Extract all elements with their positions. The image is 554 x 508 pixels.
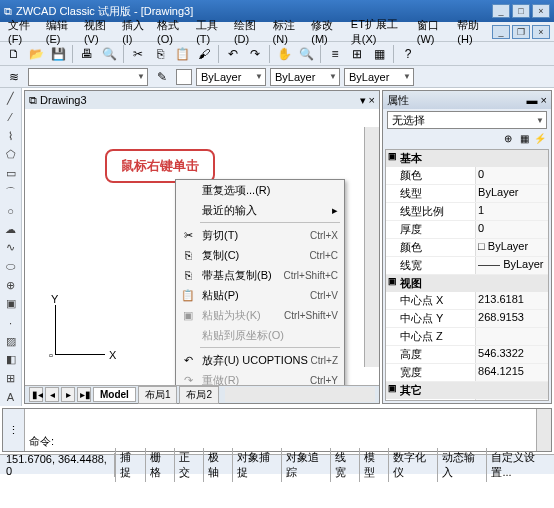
menu-view[interactable]: 视图(V) [80, 16, 116, 47]
ctx-recent-input[interactable]: 最近的输入 [176, 200, 344, 220]
region-icon[interactable]: ◧ [2, 351, 20, 369]
command-input[interactable]: 命令: [25, 409, 536, 451]
status-snap[interactable]: 捕捉 [115, 448, 144, 482]
insert-icon[interactable]: ⊕ [2, 276, 20, 294]
selection-dropdown[interactable]: 无选择 [387, 111, 547, 129]
pan-icon[interactable]: ✋ [274, 44, 294, 64]
rect-icon[interactable]: ▭ [2, 165, 20, 183]
circle-icon[interactable]: ○ [2, 202, 20, 220]
point-icon[interactable]: · [2, 314, 20, 332]
table-icon[interactable]: ⊞ [2, 370, 20, 388]
category-basic[interactable]: 基本 [386, 150, 548, 167]
status-tablet[interactable]: 数字化仪 [388, 448, 437, 482]
menu-dim[interactable]: 标注(N) [269, 16, 306, 47]
minimize-button[interactable]: _ [492, 4, 510, 18]
layer-state-icon[interactable]: ✎ [152, 67, 172, 87]
new-icon[interactable]: 🗋 [4, 44, 24, 64]
status-model[interactable]: 模型 [359, 448, 388, 482]
ctx-copy[interactable]: ⎘复制(C)Ctrl+C [176, 245, 344, 265]
properties-icon[interactable]: ≡ [325, 44, 345, 64]
status-otrack[interactable]: 对象追踪 [281, 448, 330, 482]
tab-prev-icon[interactable]: ◂ [45, 387, 59, 402]
xline-icon[interactable]: ∕ [2, 109, 20, 127]
panel-close-icon[interactable]: ▬ × [527, 94, 547, 106]
menu-window[interactable]: 窗口(W) [413, 16, 452, 47]
lineweight-dropdown[interactable]: ByLayer [344, 68, 414, 86]
menu-draw[interactable]: 绘图(D) [230, 16, 267, 47]
status-lwt[interactable]: 线宽 [330, 448, 359, 482]
pickadd-icon[interactable]: ⊕ [501, 131, 515, 145]
line-icon[interactable]: ╱ [2, 90, 20, 108]
vertical-scrollbar[interactable] [364, 127, 379, 367]
menu-edit[interactable]: 编辑(E) [42, 16, 78, 47]
layer-dropdown[interactable] [28, 68, 148, 86]
command-handle[interactable]: ⋮ [3, 409, 25, 451]
redo-icon[interactable]: ↷ [245, 44, 265, 64]
cut-icon[interactable]: ✂ [128, 44, 148, 64]
ctx-repeat[interactable]: 重复选项...(R) [176, 180, 344, 200]
menu-insert[interactable]: 插入(I) [118, 16, 151, 47]
tab-layout2[interactable]: 布局2 [179, 386, 219, 404]
menu-modify[interactable]: 修改(M) [307, 16, 345, 47]
color-dropdown[interactable]: ByLayer [196, 68, 266, 86]
revcloud-icon[interactable]: ☁ [2, 220, 20, 238]
category-view[interactable]: 视图 [386, 275, 548, 292]
tab-model[interactable]: Model [93, 387, 136, 402]
zoom-icon[interactable]: 🔍 [296, 44, 316, 64]
color-swatch[interactable] [176, 69, 192, 85]
print-icon[interactable]: 🖶 [77, 44, 97, 64]
ctx-paste[interactable]: 📋粘贴(P)Ctrl+V [176, 285, 344, 305]
doc-minimize-button[interactable]: _ [492, 25, 510, 39]
help-icon[interactable]: ? [398, 44, 418, 64]
horizontal-scrollbar[interactable] [225, 387, 375, 402]
preview-icon[interactable]: 🔍 [99, 44, 119, 64]
menu-format[interactable]: 格式(O) [153, 16, 190, 47]
close-button[interactable]: × [532, 4, 550, 18]
hatch-icon[interactable]: ▨ [2, 332, 20, 350]
toolpalettes-icon[interactable]: ▦ [369, 44, 389, 64]
status-ortho[interactable]: 正交 [174, 448, 203, 482]
status-customize[interactable]: 自定义设置... [486, 448, 554, 482]
command-scrollbar[interactable] [536, 409, 551, 451]
status-grid[interactable]: 栅格 [145, 448, 174, 482]
property-grid[interactable]: 基本 颜色0 线型ByLayer 线型比例1 厚度0 颜色□ ByLayer 线… [385, 149, 549, 401]
spline-icon[interactable]: ∿ [2, 239, 20, 257]
menu-help[interactable]: 帮助(H) [453, 16, 490, 47]
undo-icon[interactable]: ↶ [223, 44, 243, 64]
tab-layout1[interactable]: 布局1 [138, 386, 178, 404]
tab-next-icon[interactable]: ▸ [61, 387, 75, 402]
open-icon[interactable]: 📂 [26, 44, 46, 64]
tab-first-icon[interactable]: ▮◂ [29, 387, 43, 402]
designcenter-icon[interactable]: ⊞ [347, 44, 367, 64]
paste-icon[interactable]: 📋 [172, 44, 192, 64]
menu-tools[interactable]: 工具(T) [192, 16, 228, 47]
block-icon[interactable]: ▣ [2, 295, 20, 313]
tab-last-icon[interactable]: ▸▮ [77, 387, 91, 402]
polygon-icon[interactable]: ⬠ [2, 146, 20, 164]
save-icon[interactable]: 💾 [48, 44, 68, 64]
arc-icon[interactable]: ⌒ [2, 183, 20, 201]
doc-restore-button[interactable]: ❐ [512, 25, 530, 39]
doc-close-button[interactable]: × [532, 25, 550, 39]
status-osnap[interactable]: 对象捕捉 [232, 448, 281, 482]
copy-icon[interactable]: ⎘ [150, 44, 170, 64]
ctx-undo[interactable]: ↶放弃(U) UCOPTIONSCtrl+Z [176, 350, 344, 370]
category-other[interactable]: 其它 [386, 382, 548, 399]
match-icon[interactable]: 🖌 [194, 44, 214, 64]
doc-tab-close-icon[interactable]: ▾ × [360, 94, 375, 107]
menu-file[interactable]: 文件(F) [4, 16, 40, 47]
ellipse-icon[interactable]: ⬭ [2, 258, 20, 276]
pline-icon[interactable]: ⌇ [2, 127, 20, 145]
ctx-cut[interactable]: ✂剪切(T)Ctrl+X [176, 225, 344, 245]
select-icon[interactable]: ▦ [517, 131, 531, 145]
layer-icon[interactable]: ≋ [4, 67, 24, 87]
ctx-copy-base[interactable]: ⎘带基点复制(B)Ctrl+Shift+C [176, 265, 344, 285]
document-tab[interactable]: ⧉ Drawing3 ▾ × [25, 91, 379, 109]
drawing-canvas[interactable]: 鼠标右键单击 Y X ▫ 重复选项...(R) 最近的输入 ✂剪切(T)Ctrl… [25, 109, 379, 385]
text-icon[interactable]: A [2, 388, 20, 406]
status-dyn[interactable]: 动态输入 [437, 448, 486, 482]
maximize-button[interactable]: □ [512, 4, 530, 18]
linetype-dropdown[interactable]: ByLayer [270, 68, 340, 86]
qselect-icon[interactable]: ⚡ [533, 131, 547, 145]
status-polar[interactable]: 极轴 [203, 448, 232, 482]
